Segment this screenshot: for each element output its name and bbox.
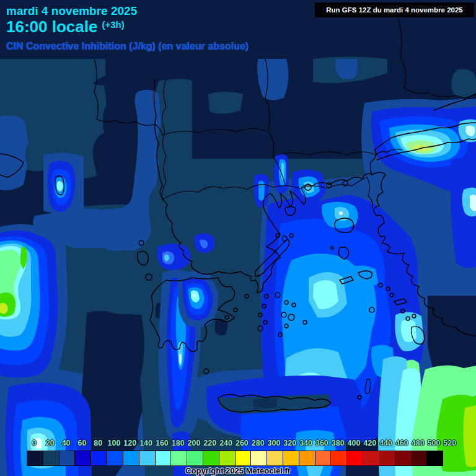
legend-tick: 320 <box>283 439 296 447</box>
legend-swatch <box>235 451 251 466</box>
legend-tick: 100 <box>108 439 121 447</box>
legend-swatch <box>299 451 315 466</box>
legend-swatch <box>346 451 363 466</box>
legend-swatch <box>90 451 107 466</box>
legend-tick: 20 <box>46 439 55 447</box>
weather-map[interactable] <box>0 0 476 476</box>
legend-swatch <box>155 451 171 466</box>
legend-swatch <box>219 451 235 466</box>
legend-tick: 240 <box>219 439 232 447</box>
forecast-offset-text: (+3h) <box>102 19 124 30</box>
legend-swatch <box>330 451 346 466</box>
legend-swatch <box>267 451 283 466</box>
legend-swatch <box>139 451 155 466</box>
legend-swatch <box>74 451 90 466</box>
legend-tick: 500 <box>428 439 441 447</box>
date-title: mardi 4 novembre 2025 <box>6 4 137 18</box>
legend-tick: 340 <box>299 439 312 447</box>
legend-swatch <box>123 451 139 466</box>
legend-swatch <box>27 451 43 466</box>
legend-tick: 40 <box>62 439 71 447</box>
run-info-box: Run GFS 12Z du mardi 4 novembre 2025 <box>315 2 474 17</box>
legend-labels: 0204060801001201401601802002202402602803… <box>27 439 444 450</box>
legend-swatch <box>411 451 427 466</box>
legend-tick: 260 <box>236 439 249 447</box>
local-time-text: 16:00 locale <box>6 17 97 36</box>
legend-swatch <box>379 451 395 466</box>
legend-tick: 120 <box>123 439 136 447</box>
legend-tick: 440 <box>379 439 392 447</box>
legend-tick: 400 <box>348 439 361 447</box>
legend-tick: 80 <box>94 439 102 447</box>
legend-tick: 480 <box>412 439 425 447</box>
legend-swatch <box>170 451 187 466</box>
legend-swatch <box>315 451 331 466</box>
run-info-label: Run GFS 12Z du mardi 4 novembre 2025 <box>326 6 462 14</box>
weather-map-page: mardi 4 novembre 2025 16:00 locale(+3h) … <box>0 0 476 476</box>
legend-tick: 460 <box>395 439 408 447</box>
contour-field <box>0 0 476 476</box>
legend-tick: 180 <box>172 439 185 447</box>
legend-swatch <box>43 451 59 466</box>
legend-tick: 160 <box>156 439 169 447</box>
legend-swatch <box>203 451 219 466</box>
legend-swatch <box>107 451 123 466</box>
legend-tick: 200 <box>188 439 201 447</box>
legend-swatch <box>187 451 203 466</box>
legend-swatch <box>426 451 443 466</box>
legend-tick: 140 <box>139 439 152 447</box>
local-time-title: 16:00 locale(+3h) <box>6 17 125 37</box>
legend-swatches <box>27 451 443 466</box>
legend-tick: 60 <box>77 439 86 447</box>
legend-swatch <box>59 451 75 466</box>
color-scale-legend: 0204060801001201401601802002202402602803… <box>27 439 444 469</box>
legend-tick: 520 <box>443 439 456 447</box>
legend-swatch <box>395 451 411 466</box>
legend-tick: 220 <box>203 439 216 447</box>
legend-tick: 280 <box>252 439 265 447</box>
copyright-text: Copyright 2025 Meteociel.fr <box>0 466 476 475</box>
parameter-title: CIN Convective Inhibition (J/kg) (en val… <box>6 41 249 52</box>
legend-tick: 360 <box>315 439 328 447</box>
legend-swatch <box>283 451 299 466</box>
legend-tick: 0 <box>32 439 37 447</box>
legend-tick: 380 <box>332 439 345 447</box>
legend-swatch <box>363 451 379 466</box>
legend-swatch <box>250 451 267 466</box>
legend-tick: 420 <box>363 439 376 447</box>
legend-tick: 300 <box>268 439 281 447</box>
